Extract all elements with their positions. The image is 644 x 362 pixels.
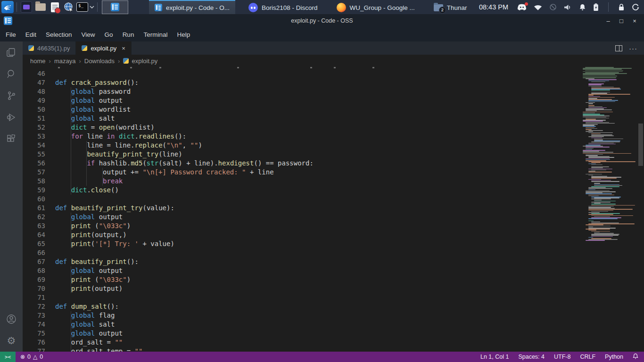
- minimap-line: [586, 224, 603, 225]
- source-control-icon[interactable]: [0, 85, 23, 107]
- code-token: global: [71, 321, 95, 328]
- breadcrumb-item[interactable]: exploit.py: [123, 58, 157, 65]
- lock-screen-icon[interactable]: [618, 3, 625, 11]
- menu-help[interactable]: Help: [172, 29, 195, 40]
- code-line[interactable]: 61def beautify_print_try(value):: [23, 204, 583, 213]
- breadcrumb-item[interactable]: mazaya: [54, 58, 76, 65]
- firefox-icon: [337, 3, 346, 12]
- code-line[interactable]: 59dict.close(): [23, 186, 583, 195]
- menu-terminal[interactable]: Terminal: [139, 29, 172, 40]
- kali-menu-button[interactable]: [0, 0, 14, 14]
- explorer-icon[interactable]: [0, 41, 23, 63]
- disabled-indicator-icon[interactable]: [549, 3, 557, 11]
- breadcrumb-item[interactable]: Downloads: [84, 58, 115, 65]
- wifi-icon[interactable]: [534, 4, 542, 11]
- focused-window-button[interactable]: [102, 0, 128, 14]
- code-line[interactable]: 48global password: [23, 87, 583, 96]
- search-icon[interactable]: [0, 63, 23, 85]
- minimap-line: [591, 90, 610, 90]
- code-line[interactable]: 63print ("\033c"): [23, 222, 583, 230]
- code-line[interactable]: 53for line in dict.readlines():: [23, 132, 583, 141]
- indentation[interactable]: Spaces: 4: [518, 354, 545, 360]
- code-line[interactable]: 51global salt: [23, 114, 583, 123]
- code-line[interactable]: 69print ("\033c"): [23, 275, 583, 284]
- minimap-line: [588, 101, 615, 102]
- settings-gear-icon[interactable]: ⚙: [0, 330, 23, 352]
- scrollbar-thumb[interactable]: [638, 123, 643, 166]
- discord-tray-icon[interactable]: [517, 4, 527, 11]
- minimize-button[interactable]: –: [603, 15, 614, 26]
- line-number: 50: [23, 105, 45, 114]
- code-line[interactable]: 70print(output): [23, 284, 583, 293]
- problems-indicator[interactable]: ⊗ 0 △ 0: [20, 354, 43, 360]
- code-line[interactable]: 54line = line.replace("\n", ""): [23, 141, 583, 150]
- notifications-bell-icon[interactable]: [579, 3, 586, 11]
- logout-power-icon[interactable]: [632, 3, 639, 11]
- code-line[interactable]: 75global output: [23, 329, 583, 338]
- code-line[interactable]: 62global output: [23, 213, 583, 222]
- code-line[interactable]: 46: [23, 69, 583, 78]
- code-line[interactable]: 50global wordlist: [23, 105, 583, 114]
- menu-go[interactable]: Go: [100, 29, 118, 40]
- more-actions-icon[interactable]: ···: [629, 44, 637, 52]
- menu-view[interactable]: View: [77, 29, 100, 40]
- code-line[interactable]: 58break: [23, 177, 583, 186]
- text-editor-launcher[interactable]: [48, 0, 62, 14]
- tab-46635(1).py[interactable]: 46635(1).py: [23, 41, 76, 55]
- taskbar-item[interactable]: Boris2108 - Discord: [243, 0, 323, 14]
- code-line[interactable]: 55beautify_print_try(line): [23, 150, 583, 159]
- maximize-button[interactable]: □: [616, 15, 627, 26]
- desktop-window-launcher[interactable]: [19, 0, 33, 14]
- menu-edit[interactable]: Edit: [21, 29, 41, 40]
- code-line[interactable]: 66: [23, 248, 583, 257]
- web-browser-launcher[interactable]: [62, 0, 76, 14]
- battery-icon[interactable]: [593, 3, 599, 11]
- code-line[interactable]: 68global output: [23, 266, 583, 275]
- panel-clock[interactable]: 08:43 PM: [479, 3, 508, 11]
- minimap-line: [591, 165, 603, 165]
- code-line[interactable]: 73global flag: [23, 311, 583, 320]
- eol-sequence[interactable]: CRLF: [580, 354, 595, 360]
- code-line[interactable]: 60: [23, 195, 583, 204]
- minimap[interactable]: [583, 67, 637, 352]
- language-mode[interactable]: Python: [605, 354, 623, 360]
- cursor-position[interactable]: Ln 1, Col 1: [480, 354, 509, 360]
- taskbar-item[interactable]: WU_Group - Google ...: [331, 0, 421, 14]
- breadcrumb-item[interactable]: home: [30, 58, 46, 65]
- remote-indicator[interactable]: ><: [0, 352, 16, 362]
- close-button[interactable]: ×: [629, 15, 640, 26]
- code-line[interactable]: 52dict = open(wordlist): [23, 123, 583, 132]
- terminal-launcher[interactable]: $_: [76, 0, 95, 14]
- split-editor-icon[interactable]: [615, 45, 622, 51]
- code-line[interactable]: 71: [23, 293, 583, 302]
- code-line[interactable]: 65print('[*] Try: ' + value): [23, 239, 583, 248]
- menu-run[interactable]: Run: [118, 29, 139, 40]
- code-line[interactable]: 77ord_salt_temp = "": [23, 347, 583, 352]
- code-line[interactable]: 64print(output,): [23, 230, 583, 239]
- accounts-icon[interactable]: [0, 308, 23, 330]
- code-line[interactable]: 47def crack_password():: [23, 78, 583, 87]
- code-line[interactable]: 57output += "\n[+] Password cracked: " +…: [23, 168, 583, 177]
- extensions-icon[interactable]: [0, 128, 23, 150]
- code-line[interactable]: 67def beautify_print():: [23, 257, 583, 266]
- code-line[interactable]: 76ord_salt = "": [23, 338, 583, 347]
- menu-file[interactable]: File: [1, 29, 21, 40]
- taskbar-item[interactable]: exploit.py - Code - O...: [149, 0, 235, 14]
- notifications-bell-icon[interactable]: [633, 353, 638, 361]
- menu-selection[interactable]: Selection: [41, 29, 77, 40]
- code-line[interactable]: 56if hashlib.md5(str(salt) + line).hexdi…: [23, 159, 583, 168]
- tab-close-icon[interactable]: ×: [122, 45, 125, 52]
- python-file-icon: [123, 58, 129, 64]
- tab-exploit.py[interactable]: exploit.py×: [76, 41, 132, 55]
- code-line[interactable]: 49global output: [23, 96, 583, 105]
- code-line[interactable]: 74global salt: [23, 320, 583, 329]
- file-manager-launcher[interactable]: [33, 0, 48, 14]
- encoding[interactable]: UTF-8: [554, 354, 570, 360]
- editor[interactable]: 4647def crack_password():48global passwo…: [23, 67, 644, 352]
- volume-icon[interactable]: [564, 4, 572, 11]
- code-area[interactable]: 4647def crack_password():48global passwo…: [23, 67, 583, 352]
- run-debug-icon[interactable]: [0, 107, 23, 128]
- window-count-badge: 2: [439, 7, 446, 14]
- code-line[interactable]: 72def dump_salt():: [23, 302, 583, 311]
- taskbar-item[interactable]: 2Thunar: [428, 0, 473, 14]
